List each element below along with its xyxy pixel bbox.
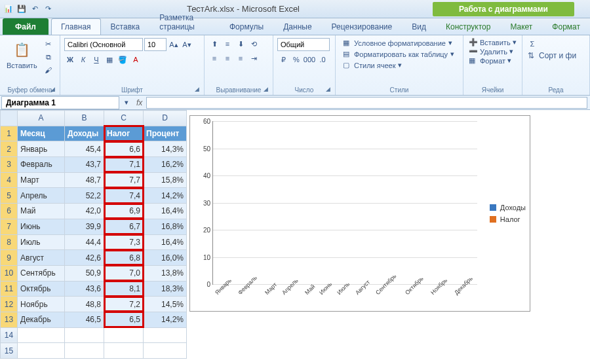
cell-b12[interactable]: 48,8 <box>65 297 104 312</box>
cell-b6[interactable]: 42,0 <box>65 204 104 219</box>
row-header-1[interactable]: 1 <box>1 126 18 141</box>
cell-b8[interactable]: 44,4 <box>65 234 104 250</box>
tab-chart-format[interactable]: Формат <box>542 18 590 35</box>
row-header-8[interactable]: 8 <box>1 234 18 250</box>
col-header-b[interactable]: B <box>65 111 104 126</box>
font-size-select[interactable] <box>144 38 167 51</box>
col-header-d[interactable]: D <box>144 111 187 126</box>
row-header-2[interactable]: 2 <box>1 141 18 157</box>
cell-a4[interactable]: Март <box>18 172 65 188</box>
cell-b10[interactable]: 50,9 <box>65 265 104 281</box>
cell-a7[interactable]: Июнь <box>18 219 65 234</box>
align-middle-icon[interactable]: ≡ <box>222 38 233 50</box>
cell-c11[interactable]: 8,1 <box>104 281 144 297</box>
decrease-font-icon[interactable]: A▾ <box>181 39 193 50</box>
indent-icon[interactable]: ⇥ <box>248 52 260 64</box>
align-top-icon[interactable]: ⬆ <box>208 38 220 50</box>
row-header-4[interactable]: 4 <box>1 172 18 188</box>
cell-a9[interactable]: Август <box>18 250 65 266</box>
cell-b4[interactable]: 48,7 <box>65 172 104 188</box>
cell-a5[interactable]: Апрель <box>18 188 65 204</box>
percent-icon[interactable]: % <box>290 54 302 65</box>
tab-data[interactable]: Данные <box>273 18 321 35</box>
cell-c1[interactable]: Налог <box>104 126 144 141</box>
undo-icon[interactable]: ↶ <box>29 3 41 15</box>
row-header-10[interactable]: 10 <box>1 265 18 281</box>
row-header-3[interactable]: 3 <box>1 157 18 173</box>
col-header-c[interactable]: C <box>104 111 144 126</box>
cell-b1[interactable]: Доходы <box>65 126 104 141</box>
legend-item-tax[interactable]: Налог <box>490 215 526 223</box>
cell-d8[interactable]: 16,4% <box>144 234 187 250</box>
cell-d11[interactable]: 18,3% <box>144 281 187 297</box>
comma-icon[interactable]: 000 <box>304 54 315 65</box>
clipboard-launcher-icon[interactable]: ◢ <box>50 86 58 94</box>
cell-d12[interactable]: 14,5% <box>144 297 187 312</box>
cell-a11[interactable]: Октябрь <box>18 281 65 297</box>
formula-bar[interactable] <box>146 97 587 109</box>
font-color-icon[interactable]: A <box>130 54 142 65</box>
cell-d13[interactable]: 14,2% <box>144 312 187 327</box>
excel-icon[interactable]: 📊 <box>3 3 14 15</box>
legend-item-income[interactable]: Доходы <box>490 204 526 211</box>
row-header-13[interactable]: 13 <box>1 312 18 327</box>
align-left-icon[interactable]: ≡ <box>208 52 220 64</box>
delete-cells-button[interactable]: ➖Удалить▾ <box>467 47 518 56</box>
cell-c2[interactable]: 6,6 <box>104 141 144 157</box>
number-format-select[interactable] <box>277 38 330 51</box>
tab-chart-layout[interactable]: Макет <box>500 18 542 35</box>
align-center-icon[interactable]: ≡ <box>222 52 233 64</box>
fx-icon[interactable]: fx <box>132 98 146 107</box>
underline-button[interactable]: Ч <box>90 54 102 65</box>
save-icon[interactable]: 💾 <box>16 3 28 15</box>
cell-c6[interactable]: 6,9 <box>104 204 144 219</box>
embedded-chart[interactable]: 0102030405060 ЯнварьФевральМартАпрельМай… <box>189 115 530 312</box>
tab-chart-design[interactable]: Конструктор <box>436 18 500 35</box>
cell-c7[interactable]: 6,7 <box>104 219 144 234</box>
align-right-icon[interactable]: ≡ <box>235 52 246 64</box>
cell-a10[interactable]: Сентябрь <box>18 265 65 281</box>
format-cells-button[interactable]: ▦Формат▾ <box>467 56 518 65</box>
cell-styles-button[interactable]: ▢Стили ячеек▾ <box>340 60 456 70</box>
cell-c10[interactable]: 7,0 <box>104 265 144 281</box>
cell-a3[interactable]: Февраль <box>18 157 65 173</box>
namebox-dropdown-icon[interactable]: ▾ <box>121 97 132 109</box>
cell-d10[interactable]: 13,8% <box>144 265 187 281</box>
cell-d7[interactable]: 16,8% <box>144 219 187 234</box>
cell-d5[interactable]: 14,2% <box>144 188 187 204</box>
cell-c4[interactable]: 7,7 <box>104 172 144 188</box>
align-bottom-icon[interactable]: ⬇ <box>235 38 246 50</box>
cell-c13[interactable]: 6,5 <box>104 312 144 327</box>
cell-a1[interactable]: Месяц <box>18 126 65 141</box>
number-launcher-icon[interactable]: ◢ <box>326 86 334 94</box>
cell-a8[interactable]: Июль <box>18 234 65 250</box>
italic-button[interactable]: К <box>77 54 89 65</box>
row-header-14[interactable]: 14 <box>1 327 18 343</box>
increase-decimal-icon[interactable]: .0 <box>317 54 328 65</box>
copy-icon[interactable]: ⧉ <box>43 51 54 63</box>
font-family-select[interactable] <box>64 38 143 51</box>
cell-d4[interactable]: 15,8% <box>144 172 187 188</box>
redo-icon[interactable]: ↷ <box>42 3 54 15</box>
cell-c9[interactable]: 6,8 <box>104 250 144 266</box>
row-header-6[interactable]: 6 <box>1 204 18 219</box>
cell-a2[interactable]: Январь <box>18 141 65 157</box>
select-all-corner[interactable] <box>1 111 18 126</box>
cell-d9[interactable]: 16,0% <box>144 250 187 266</box>
paste-button[interactable]: 📋 Вставить <box>4 38 40 71</box>
orientation-icon[interactable]: ⟲ <box>248 38 260 50</box>
tab-formulas[interactable]: Формулы <box>220 18 273 35</box>
cell-a13[interactable]: Декабрь <box>18 312 65 327</box>
tab-file[interactable]: Файл <box>3 18 49 35</box>
autosum-icon[interactable]: Σ <box>526 38 538 50</box>
cell-d3[interactable]: 16,2% <box>144 157 187 173</box>
conditional-formatting-button[interactable]: ▦Условное форматирование▾ <box>340 38 456 48</box>
insert-cells-button[interactable]: ➕Вставить▾ <box>467 38 518 46</box>
cell-b2[interactable]: 45,4 <box>65 141 104 157</box>
tab-page-layout[interactable]: Разметка страницы <box>149 9 220 35</box>
cell-d1[interactable]: Процент <box>144 126 187 141</box>
chart-legend[interactable]: Доходы Налог <box>490 200 526 227</box>
cell-b3[interactable]: 43,7 <box>65 157 104 173</box>
border-icon[interactable]: ▦ <box>104 54 115 65</box>
row-header-9[interactable]: 9 <box>1 250 18 266</box>
